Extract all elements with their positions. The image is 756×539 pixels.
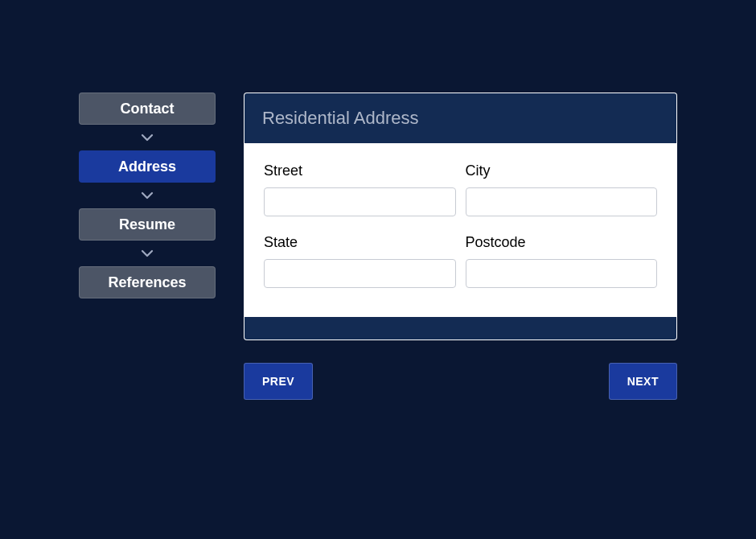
chevron-down-icon <box>140 190 154 201</box>
card-title: Residential Address <box>244 93 676 143</box>
state-input[interactable] <box>264 259 456 288</box>
address-card: Residential Address Street City State <box>244 93 677 340</box>
chevron-down-icon <box>140 132 154 143</box>
prev-label: PREV <box>262 375 294 388</box>
step-label: Contact <box>121 101 175 117</box>
chevron-down-icon <box>140 248 154 259</box>
step-contact[interactable]: Contact <box>79 93 216 125</box>
prev-button[interactable]: PREV <box>244 363 313 400</box>
postcode-label: Postcode <box>466 234 658 251</box>
step-resume[interactable]: Resume <box>79 208 216 241</box>
main-content: Residential Address Street City State <box>244 93 677 400</box>
street-label: Street <box>264 163 456 179</box>
card-footer <box>244 317 676 339</box>
state-label: State <box>264 234 456 251</box>
next-button[interactable]: NEXT <box>609 363 677 400</box>
step-references[interactable]: References <box>79 266 216 298</box>
step-address[interactable]: Address <box>79 150 216 183</box>
stepper: Contact Address Resume References <box>79 93 216 400</box>
step-label: Address <box>118 158 176 175</box>
postcode-input[interactable] <box>466 259 658 288</box>
nav-buttons: PREV NEXT <box>244 363 677 400</box>
step-label: References <box>108 274 186 291</box>
next-label: NEXT <box>627 375 659 388</box>
street-input[interactable] <box>264 187 456 216</box>
city-input[interactable] <box>466 187 658 216</box>
card-body: Street City State Postcode <box>244 143 676 317</box>
city-label: City <box>466 163 658 179</box>
step-label: Resume <box>119 216 175 233</box>
